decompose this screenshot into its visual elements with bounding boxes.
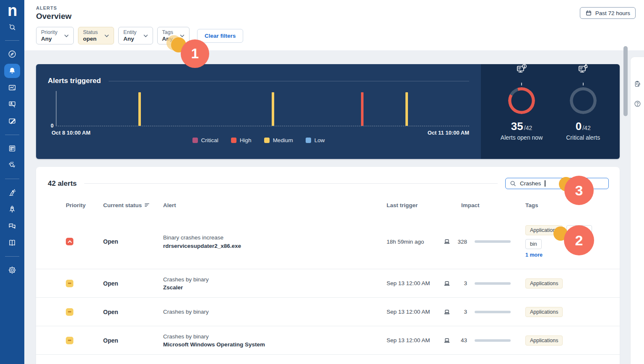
filter-value: Any: [123, 36, 136, 42]
alert-bar-medium: [138, 92, 141, 126]
status-cell: Open: [103, 309, 163, 315]
alert-name: Crashes by binary: [163, 308, 387, 316]
sidebar-item-presenter[interactable]: [4, 97, 20, 112]
laptop-icon: [444, 309, 450, 315]
laptop-icon: [444, 238, 450, 245]
sidebar-item-dashboards[interactable]: [4, 81, 20, 95]
callout-badge-1: 1: [181, 39, 209, 68]
search-sparkle-icon[interactable]: [4, 20, 20, 34]
vertical-scrollbar[interactable]: [623, 46, 628, 116]
alerts-triggered-panel: Alerts triggered 0 Oct 8 10:00 AM Oct 11…: [36, 64, 620, 159]
legend-swatch: [264, 138, 270, 143]
tag[interactable]: Applications: [525, 307, 563, 317]
priority-badge-high: [66, 238, 73, 245]
gauge-tick: [521, 83, 522, 86]
impact-cell: 3: [444, 280, 525, 287]
priority-badge-medium: [66, 308, 73, 316]
impact-bar: [475, 282, 511, 285]
time-range-button[interactable]: Past 72 hours: [580, 7, 636, 19]
gauge-ring: [508, 87, 535, 114]
sidebar-divider: [5, 40, 19, 41]
utility-rail: [630, 57, 644, 364]
table-row[interactable]: Open Crashes by binary 1d 11h ago 12 App…: [36, 354, 620, 364]
monitor-alert-icon: [508, 64, 535, 83]
callout-badge-2: 2: [564, 225, 594, 255]
table-row[interactable]: Open Crashes by binary Sep 13 12:00 AM 3…: [36, 297, 620, 326]
title-rule: [109, 81, 469, 81]
table-row[interactable]: Open Crashes by binary Zscaler Sep 13 12…: [36, 269, 620, 297]
sidebar-item-rocket[interactable]: [4, 202, 20, 216]
sidebar-item-settings[interactable]: [4, 263, 20, 277]
filter-chip-entity[interactable]: Entity Any: [118, 27, 153, 44]
legend-item-critical: Critical: [192, 137, 218, 143]
column-header-last-trigger: Last trigger: [387, 202, 444, 208]
kpi-label: Critical alerts: [566, 134, 600, 141]
chevron-down-icon: [104, 34, 109, 37]
laptop-icon: [444, 337, 450, 344]
tag[interactable]: Applications: [525, 335, 563, 346]
breadcrumb: ALERTS: [36, 5, 644, 10]
table-header-row: Priority Current status Alert Last trigg…: [36, 196, 620, 214]
sidebar-item-book[interactable]: [4, 236, 20, 250]
legend-item-low: Low: [306, 137, 325, 143]
kpi-label: Alerts open now: [501, 134, 543, 141]
gear-icon: [8, 265, 17, 275]
alerts-list-card: 42 alerts Crashes Priority Current statu…: [36, 167, 620, 364]
chevron-down-icon: [180, 34, 184, 37]
alert-name: Binary crashes increase: [163, 234, 387, 242]
column-header-current-status[interactable]: Current status: [103, 202, 163, 208]
help-icon[interactable]: [634, 100, 641, 108]
tag[interactable]: bin: [525, 239, 542, 249]
legend-item-high: High: [231, 137, 252, 143]
tag[interactable]: Applications: [525, 278, 563, 289]
more-tags-link[interactable]: 1 more: [525, 252, 608, 258]
sidebar-item-apps-grid[interactable]: [4, 141, 20, 156]
dash-glyph: [68, 340, 71, 341]
column-header-priority: Priority: [66, 202, 103, 208]
clipboard-edit-icon[interactable]: [634, 80, 641, 88]
chevron-up-glyph: [68, 240, 72, 244]
table-row[interactable]: Open Crashes by binary Microsoft Windows…: [36, 326, 620, 354]
tags-cell: Applications: [525, 335, 608, 346]
filter-chip-priority[interactable]: Priority Any: [36, 27, 74, 44]
filter-chip-status[interactable]: Status open: [78, 27, 114, 44]
tags-cell: Applications: [525, 307, 608, 317]
laptop-icon: [444, 280, 450, 287]
impact-cell: 3: [444, 309, 525, 315]
dash-glyph: [68, 283, 71, 284]
sidebar-item-compass[interactable]: [4, 47, 20, 61]
filter-value: open: [83, 36, 98, 42]
status-cell: Open: [103, 337, 163, 344]
tags-cell: Applications: [525, 278, 608, 289]
time-range-label: Past 72 hours: [595, 10, 630, 16]
sidebar-item-edit-panel[interactable]: [4, 114, 20, 128]
x-axis-end-label: Oct 11 10:00 AM: [428, 130, 469, 136]
bell-icon: [8, 66, 17, 75]
dash-glyph: [68, 311, 71, 312]
gauge-tick: [583, 83, 584, 86]
alerts-timeline-chart: 0: [56, 91, 469, 126]
monitor-flame-icon: [570, 64, 597, 83]
last-trigger-cell: 18h 59min ago: [387, 239, 444, 245]
alerts-triggered-chart-section: Alerts triggered 0 Oct 8 10:00 AM Oct 11…: [36, 64, 481, 159]
panel-title: Alerts triggered: [48, 77, 101, 85]
sidebar-item-alerts[interactable]: [4, 64, 20, 78]
clear-filters-button[interactable]: Clear filters: [197, 29, 243, 43]
impact-count: 3: [454, 280, 467, 286]
impact-cell: 43: [444, 337, 525, 344]
kpi-value: 0: [576, 120, 582, 133]
callout-badge-3: 3: [564, 176, 594, 205]
sort-icon: [145, 203, 150, 208]
title-rule: [84, 183, 498, 184]
last-trigger-cell: Sep 13 12:00 AM: [387, 337, 444, 343]
alert-bar-high: [361, 92, 364, 126]
sidebar-item-chat[interactable]: [4, 219, 20, 233]
table-row[interactable]: Open Binary crashes increase rdrservices…: [36, 214, 620, 269]
legend-swatch: [231, 138, 236, 143]
sidebar-item-search-sync[interactable]: [4, 158, 20, 172]
app-logo[interactable]: n: [8, 3, 17, 18]
chevron-down-icon: [143, 34, 148, 37]
sidebar-item-robot-arm[interactable]: [4, 185, 20, 200]
search-icon: [510, 180, 516, 187]
sidebar-divider: [5, 256, 19, 257]
